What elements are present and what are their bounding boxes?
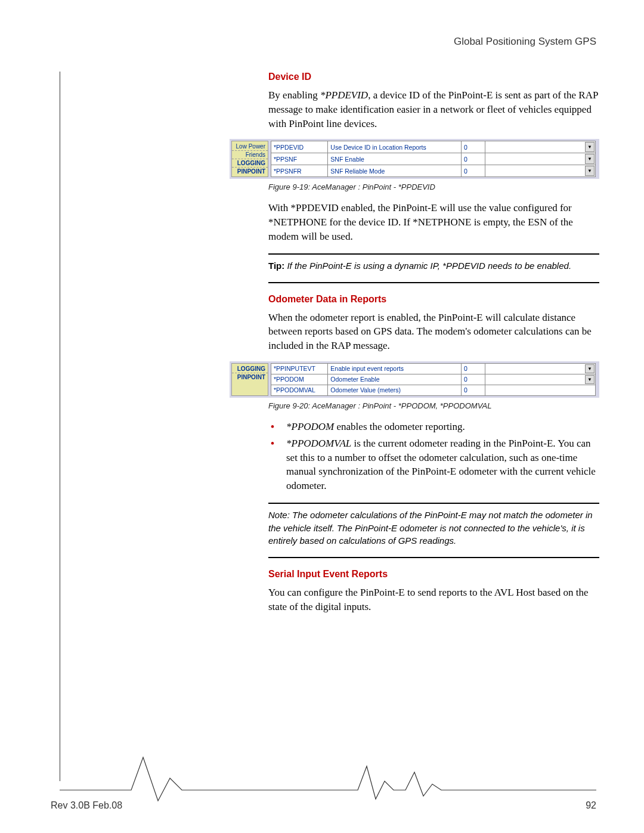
list-item: • *PPODOMVAL is the current odometer rea… xyxy=(268,436,599,493)
bullet-icon: • xyxy=(268,436,286,451)
para-device-id-2: With *PPDEVID enabled, the PinPoint-E wi… xyxy=(268,201,599,243)
cell-value: 0 xyxy=(462,363,485,374)
chevron-down-icon[interactable]: ▼ xyxy=(585,142,595,152)
text: By enabling xyxy=(268,89,320,101)
header-title: Global Positioning System GPS xyxy=(60,36,596,48)
margin-rule xyxy=(60,72,60,781)
section-device-id: Device ID By enabling *PPDEVID, a device… xyxy=(268,72,599,131)
cell-description: SNF Reliable Mode xyxy=(328,165,462,177)
cell-description: Odometer Enable xyxy=(328,374,462,385)
sidebar-item[interactable]: Friends xyxy=(232,151,268,159)
tip-box: Tip: If the PinPoint-E is using a dynami… xyxy=(268,259,599,272)
cell-dropdown[interactable]: ▼ xyxy=(485,363,595,374)
cell-dropdown[interactable]: ▼ xyxy=(485,165,595,177)
figure-caption: Figure 9-19: AceManager : PinPoint - *PP… xyxy=(268,182,599,191)
cell-description: Enable input event reports xyxy=(328,363,462,374)
sidebar: Low PowerFriendsLOGGINGPINPOINT xyxy=(231,141,268,177)
command-name: *PPODOM xyxy=(286,421,334,432)
cell-description: SNF Enable xyxy=(328,153,462,165)
chevron-down-icon[interactable]: ▼ xyxy=(585,166,595,176)
footer-page: 92 xyxy=(586,800,596,811)
page: Global Positioning System GPS Device ID … xyxy=(0,0,644,833)
bullet-list: • *PPODOM enables the odometer reporting… xyxy=(268,420,599,493)
note-box: Note: The odometer calculations of the P… xyxy=(268,509,599,547)
table-row: *PPODOMVALOdometer Value (meters)0 xyxy=(271,385,596,395)
cell-command: *PPODOMVAL xyxy=(271,385,328,395)
figure-9-19: Low PowerFriendsLOGGINGPINPOINT *PPDEVID… xyxy=(230,139,599,179)
heading-odometer: Odometer Data in Reports xyxy=(268,294,599,305)
sidebar-item[interactable]: LOGGING xyxy=(232,365,268,373)
chevron-down-icon[interactable]: ▼ xyxy=(585,364,595,373)
heading-device-id: Device ID xyxy=(268,72,599,82)
sidebar-item[interactable]: Low Power xyxy=(232,143,268,151)
figure-caption: Figure 9-20: AceManager : PinPoint - *PP… xyxy=(268,401,599,410)
cell-dropdown[interactable]: ▼ xyxy=(485,141,595,153)
cell-description: Use Device ID in Location Reports xyxy=(328,141,462,153)
sidebar-item[interactable]: PINPOINT xyxy=(232,168,268,175)
heading-serial: Serial Input Event Reports xyxy=(268,569,599,580)
cell-command: *PPODOM xyxy=(271,374,328,385)
text: enables the odometer reporting. xyxy=(334,421,465,432)
cell-command: *PPDEVID xyxy=(271,141,328,153)
bullet-icon: • xyxy=(268,420,286,434)
table-row: *PPINPUTEVTEnable input event reports0▼ xyxy=(271,363,596,374)
tip-text: If the PinPoint-E is using a dynamic IP,… xyxy=(287,261,571,271)
ecg-decoration-icon xyxy=(60,754,596,802)
para-device-id-1: By enabling *PPDEVID, a device ID of the… xyxy=(268,88,599,131)
cell-value: 0 xyxy=(462,165,485,177)
para-serial-1: You can configure the PinPoint-E to send… xyxy=(268,586,599,614)
chevron-down-icon[interactable]: ▼ xyxy=(585,154,595,164)
sidebar-item[interactable]: PINPOINT xyxy=(232,373,268,381)
acemanager-screenshot: Low PowerFriendsLOGGINGPINPOINT *PPDEVID… xyxy=(230,139,599,179)
cell-dropdown xyxy=(485,385,595,395)
divider xyxy=(268,282,599,283)
tip-label: Tip: xyxy=(268,261,284,271)
cell-command: *PPSNF xyxy=(271,153,328,165)
sidebar: LOGGINGPINPOINT xyxy=(231,363,268,396)
figure-9-20: LOGGINGPINPOINT *PPINPUTEVTEnable input … xyxy=(230,361,599,398)
divider xyxy=(268,557,599,558)
footer: Rev 3.0B Feb.08 92 xyxy=(51,800,596,811)
cell-value: 0 xyxy=(462,374,485,385)
command-name: *PPDEVID xyxy=(320,89,368,101)
cell-dropdown[interactable]: ▼ xyxy=(485,153,595,165)
cell-command: *PPINPUTEVT xyxy=(271,363,328,374)
cell-value: 0 xyxy=(462,153,485,165)
command-name: *PPODOMVAL xyxy=(286,438,351,449)
cell-description: Odometer Value (meters) xyxy=(328,385,462,395)
chevron-down-icon[interactable]: ▼ xyxy=(585,375,595,384)
table-row: *PPODOMOdometer Enable0▼ xyxy=(271,374,596,385)
divider xyxy=(268,503,599,504)
cell-value: 0 xyxy=(462,385,485,395)
table-row: *PPDEVIDUse Device ID in Location Report… xyxy=(271,141,596,153)
footer-rev: Rev 3.0B Feb.08 xyxy=(51,800,122,811)
sidebar-item[interactable]: LOGGING xyxy=(232,159,268,168)
para-odometer-1: When the odometer report is enabled, the… xyxy=(268,311,599,353)
cell-dropdown[interactable]: ▼ xyxy=(485,374,595,385)
table-row: *PPSNFRSNF Reliable Mode0▼ xyxy=(271,165,596,177)
settings-table: *PPINPUTEVTEnable input event reports0▼*… xyxy=(271,363,596,396)
cell-value: 0 xyxy=(462,141,485,153)
settings-table: *PPDEVIDUse Device ID in Location Report… xyxy=(271,141,596,177)
divider xyxy=(268,253,599,255)
acemanager-screenshot: LOGGINGPINPOINT *PPINPUTEVTEnable input … xyxy=(230,361,599,398)
cell-command: *PPSNFR xyxy=(271,165,328,177)
list-item: • *PPODOM enables the odometer reporting… xyxy=(268,420,599,434)
table-row: *PPSNFSNF Enable0▼ xyxy=(271,153,596,165)
